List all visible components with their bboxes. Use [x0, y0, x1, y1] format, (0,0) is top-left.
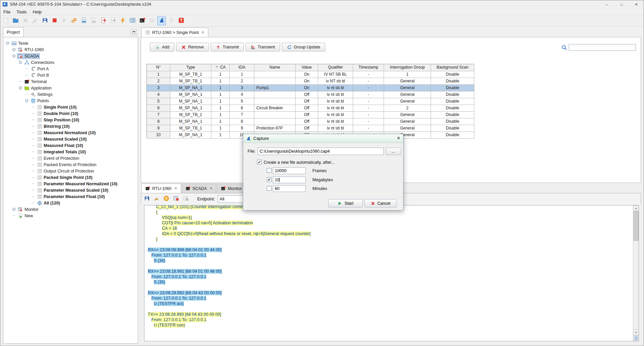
menu-file[interactable]: File: [0, 9, 13, 15]
tree-item-integrated-totals-10[interactable]: Integrated Totals (10): [5, 149, 137, 155]
tree-item-packed-single-point-10[interactable]: Packed Single Point (10): [5, 174, 137, 181]
tab-close-icon[interactable]: ✕: [210, 186, 213, 191]
pause-circle-button[interactable]: [162, 195, 170, 203]
tree-expand-knob[interactable]: [19, 61, 22, 64]
tree-item-measured-float-10[interactable]: Measured Float (10): [5, 142, 137, 149]
scroll-up-icon[interactable]: ▲: [633, 205, 639, 211]
column-header-value[interactable]: Value: [296, 64, 318, 71]
table-row[interactable]: 3M_SP_NA_113Pump1Oniv nt sb bl-GeneralDi…: [147, 85, 474, 91]
frames-input[interactable]: [273, 167, 306, 174]
column-header-name[interactable]: Name: [254, 64, 296, 71]
minutes-checkbox[interactable]: [267, 186, 271, 191]
column-header-timestamp[interactable]: Timestamp: [353, 64, 384, 71]
tree-item-output-circuit-of-protection[interactable]: Output Circuit of Protection: [5, 168, 137, 174]
tree-expand-knob[interactable]: [12, 208, 15, 211]
tree-expand-knob[interactable]: [25, 99, 28, 102]
tree-expand-knob[interactable]: [12, 48, 15, 51]
column-header-type[interactable]: Type: [170, 64, 211, 71]
remove-button[interactable]: Remove: [176, 43, 209, 51]
table-row[interactable]: 5M_SP_NA_115Offiv nt sb bl-GeneralDisabl…: [147, 98, 474, 105]
tree-expand-knob[interactable]: [12, 54, 15, 57]
flash-bolt-button[interactable]: [118, 16, 127, 25]
minimize-button[interactable]: –: [599, 0, 614, 8]
terminal-button[interactable]: [138, 16, 146, 25]
new-file-button[interactable]: [1, 16, 10, 25]
tree-item-parameter-measured-normalized-10[interactable]: Parameter Measured Normalized (10): [5, 181, 137, 187]
menu-help[interactable]: Help: [30, 9, 45, 15]
tree-item-terminal[interactable]: Terminal: [5, 78, 137, 85]
auto-create-checkbox[interactable]: ✔: [257, 160, 262, 164]
tree-item-double-point-10[interactable]: Double Point (10): [5, 110, 137, 117]
column-header-background-scan[interactable]: Background Scan: [431, 64, 474, 71]
table-row[interactable]: 2M_SP_TB_112Oniv NT sb bl-GeneralDisable: [147, 78, 474, 85]
data-table-button[interactable]: [128, 16, 137, 25]
minutes-input[interactable]: [273, 185, 306, 192]
tree-expand-knob[interactable]: [6, 42, 9, 45]
column-header-n[interactable]: N°: [147, 64, 170, 71]
dialog-close-icon[interactable]: ✕: [397, 136, 400, 141]
tree-item-rtu-1060[interactable]: RTU-1060: [5, 46, 137, 53]
tree-item-monitor[interactable]: Monitor: [5, 206, 137, 213]
capture-shark-button[interactable]: [157, 16, 166, 25]
tree-item-packed-events-of-protection[interactable]: Packed Events of Protection: [5, 161, 137, 168]
start-button[interactable]: Start: [328, 199, 363, 207]
text-t-button[interactable]: T: [177, 16, 185, 25]
table-row[interactable]: 4M_SP_NA_114Offiv nt sb bl-GeneralDisabl…: [147, 91, 474, 98]
group-update-button[interactable]: Group Update: [282, 43, 326, 51]
tree-item-scada[interactable]: SCADA: [5, 53, 137, 59]
tree-item-new[interactable]: New: [5, 213, 137, 219]
table-row[interactable]: 6M_SP_NA_116Circuit BreakerOffiv nt sb b…: [147, 105, 474, 112]
tree-item-connections[interactable]: Connections: [5, 59, 137, 66]
tree-item-single-point-10[interactable]: Single Point (10): [5, 104, 137, 110]
add-button[interactable]: Add: [150, 43, 174, 51]
panel-dock-button[interactable]: [131, 29, 137, 35]
tree-item-port-b[interactable]: Port B: [5, 72, 137, 78]
table-row[interactable]: 1M_SP_TB_111OnIV NT SB BL-1Disable: [147, 71, 474, 78]
tcp-button[interactable]: TCP: [147, 16, 156, 25]
tree-item-port-a[interactable]: Port A: [5, 66, 137, 72]
column-header-qualifier[interactable]: Qualifier: [318, 64, 353, 71]
tree-item-application[interactable]: Application: [5, 85, 137, 91]
tree-item-bitstring-10[interactable]: Bitstring (10): [5, 123, 137, 129]
terminal-tab-scada[interactable]: SCADA✕: [182, 184, 216, 193]
close-button[interactable]: ✕: [629, 0, 644, 8]
tab-close-icon[interactable]: ✕: [174, 186, 177, 191]
close-x-button[interactable]: [21, 16, 30, 25]
stop-square-button[interactable]: [50, 16, 59, 25]
save-floppy-button[interactable]: [143, 195, 151, 203]
frames-checkbox[interactable]: [267, 168, 271, 173]
maximize-button[interactable]: □: [614, 0, 629, 8]
capture-file-input[interactable]: [258, 148, 384, 155]
megabytes-checkbox[interactable]: ✔: [267, 177, 271, 182]
tree-item-step-position-10[interactable]: Step Position (10): [5, 117, 137, 123]
transient-button[interactable]: Transient: [246, 43, 280, 51]
search-input[interactable]: [569, 44, 636, 51]
table-row[interactable]: 9M_SP_TB_119Protection 87POffiv nt sb bl…: [147, 125, 474, 132]
report-2-button[interactable]: [89, 16, 98, 25]
scroll-to-end-button[interactable]: [633, 335, 639, 341]
tree-item-teste[interactable]: 104Teste: [5, 40, 137, 46]
column-header-ioa[interactable]: IOA: [230, 64, 254, 71]
tree-item-points[interactable]: Points: [5, 98, 137, 104]
record-window-button[interactable]: [172, 195, 180, 203]
exit-door-2-button[interactable]: [109, 16, 117, 25]
tree-item-settings[interactable]: Settings: [5, 91, 137, 98]
open-folder-button[interactable]: [11, 16, 20, 25]
column-header-ca[interactable]: CA: [211, 64, 230, 71]
log-scrollbar[interactable]: ▲ ▼: [633, 205, 639, 341]
megabytes-input[interactable]: [273, 177, 306, 183]
tab-project[interactable]: Project: [3, 27, 24, 37]
transmit-button[interactable]: Transmit: [211, 43, 244, 51]
save-floppy-button[interactable]: [40, 16, 49, 25]
exit-door-button[interactable]: [99, 16, 108, 25]
table-row[interactable]: 7M_SP_TB_117Offiv nt sb bl-GeneralDisabl…: [147, 112, 474, 118]
edit-pencil-button[interactable]: [31, 16, 39, 25]
tree-item-parameter-measured-float-10[interactable]: Parameter Measured Float (10): [5, 193, 137, 200]
tab-rtu1060-single-point[interactable]: RTU-1060 > Single Point ✕: [141, 28, 208, 37]
link-chain-button[interactable]: [70, 16, 78, 25]
cancel-button[interactable]: Cancel: [364, 199, 396, 207]
tab-close-icon[interactable]: ✕: [201, 30, 204, 35]
scroll-down-icon[interactable]: ▼: [633, 330, 639, 335]
transfer-arrows-button[interactable]: [167, 16, 176, 25]
play-button[interactable]: [60, 16, 69, 25]
